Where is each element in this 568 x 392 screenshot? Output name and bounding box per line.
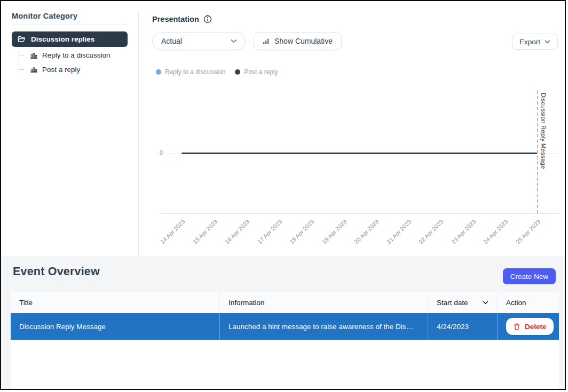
sidebar: Monitor Category Discussion replies Repl…: [12, 5, 128, 77]
bar-chart-icon: [30, 66, 37, 74]
sidebar-title: Monitor Category: [12, 5, 128, 20]
chart-legend: Reply to a discussionPost a reply: [156, 68, 278, 76]
sidebar-item-post-a-reply[interactable]: Post a reply: [19, 62, 128, 77]
event-annotation-label: Discussion Reply Message: [540, 93, 547, 169]
column-header-information: Information: [220, 292, 428, 313]
column-header-label: Start date: [437, 299, 468, 307]
panel-header: Presentation: [152, 15, 212, 23]
show-cumulative-button[interactable]: Show Cumulative: [254, 32, 342, 50]
vertical-divider: [138, 12, 139, 256]
sidebar-item-label: Post a reply: [42, 66, 80, 74]
table-row[interactable]: Discussion Reply MessageLaunched a hint …: [11, 313, 559, 340]
delete-label: Delete: [525, 323, 547, 331]
cell-action: Delete: [498, 313, 559, 340]
cell-information: Launched a hint message to raise awarene…: [220, 313, 428, 340]
legend-label: Post a reply: [244, 68, 278, 76]
cell-text: Launched a hint message to raise awarene…: [228, 323, 413, 331]
column-header-label: Action: [506, 299, 526, 307]
trash-icon: [513, 323, 520, 331]
sidebar-item-label: Discussion replies: [31, 35, 94, 43]
cell-title: Discussion Reply Message: [11, 313, 220, 340]
create-new-button[interactable]: Create New: [503, 268, 556, 284]
app-window: Monitor Category Discussion replies Repl…: [0, 0, 566, 390]
chevron-down-icon: [545, 40, 550, 44]
events-table: TitleInformationStart dateAction Discuss…: [11, 292, 559, 389]
event-overview-section: Event Overview Create New TitleInformati…: [1, 256, 565, 390]
series-line-post-a-reply: [182, 153, 537, 154]
cell-text: 4/24/2023: [437, 323, 469, 331]
cumulative-bars-icon: [263, 38, 270, 45]
export-label: Export: [519, 38, 540, 46]
legend-dot-icon: [156, 69, 161, 75]
table-body: Discussion Reply MessageLaunched a hint …: [11, 313, 559, 340]
monitor-section: Monitor Category Discussion replies Repl…: [1, 1, 565, 256]
sidebar-item-reply-to-a-discussion[interactable]: Reply to a discussion: [19, 48, 128, 62]
info-icon[interactable]: [203, 15, 212, 23]
cell-start-date: 4/24/2023: [428, 313, 498, 340]
panel-title: Presentation: [152, 15, 199, 23]
sidebar-divider: [12, 25, 128, 25]
table-header-row: TitleInformationStart dateAction: [11, 292, 559, 313]
chart-controls: Actual Show Cumulative Export: [152, 32, 559, 50]
column-header-action: Action: [498, 292, 559, 313]
sidebar-tree: Reply to a discussionPost a reply: [19, 48, 128, 77]
export-button[interactable]: Export: [512, 34, 558, 50]
sidebar-item-discussion-replies[interactable]: Discussion replies: [12, 31, 128, 47]
presentation-select[interactable]: Actual: [152, 32, 246, 50]
presentation-select-value: Actual: [161, 37, 182, 45]
legend-item-reply-to-a-discussion[interactable]: Reply to a discussion: [156, 68, 225, 76]
chart-panel: Presentation Actual Show Cumulative: [152, 1, 559, 256]
column-header-start-date[interactable]: Start date: [428, 292, 498, 313]
sort-chevron-icon[interactable]: [483, 301, 488, 305]
folder-icon: [18, 36, 26, 43]
cell-text: Discussion Reply Message: [19, 323, 106, 331]
event-annotation-line: [537, 91, 538, 213]
bar-chart-icon: [30, 52, 37, 59]
legend-label: Reply to a discussion: [165, 68, 225, 76]
legend-dot-icon: [235, 69, 240, 75]
column-header-label: Information: [228, 299, 265, 307]
line-chart: Reply to a discussionPost a reply 0Discu…: [152, 64, 559, 254]
x-axis-line: [161, 213, 559, 214]
sidebar-item-label: Reply to a discussion: [42, 51, 111, 59]
y-axis-tick-label: 0: [154, 149, 163, 156]
show-cumulative-label: Show Cumulative: [274, 37, 333, 45]
column-header-label: Title: [19, 299, 33, 307]
section-title: Event Overview: [13, 265, 100, 278]
delete-button[interactable]: Delete: [506, 318, 554, 335]
legend-item-post-a-reply[interactable]: Post a reply: [235, 68, 278, 76]
chevron-down-icon: [231, 39, 237, 43]
column-header-title: Title: [11, 292, 220, 313]
